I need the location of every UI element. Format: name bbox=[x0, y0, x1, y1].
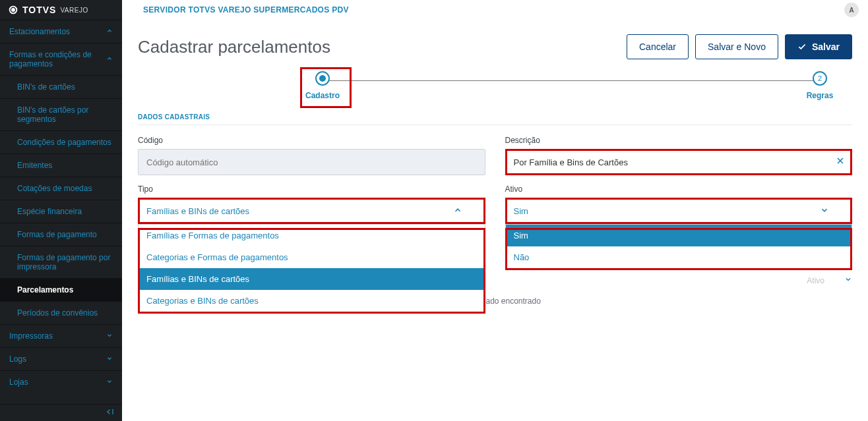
step-cadastro[interactable]: Cadastro bbox=[286, 71, 359, 100]
tipo-option[interactable]: Categorias e BINs de cartões bbox=[139, 290, 485, 312]
sidebar-item-label: Cotações de moedas bbox=[17, 184, 92, 193]
avatar-initial: A bbox=[849, 7, 853, 14]
sidebar-item-label: Emitentes bbox=[17, 161, 52, 170]
chevron-down-icon bbox=[106, 331, 113, 341]
sidebar-item-label: Condições de pagamentos bbox=[17, 138, 111, 147]
page-header: Cadastrar parcelamentos Cancelar Salvar … bbox=[122, 20, 868, 71]
sidebar-item-label: Impressoras bbox=[9, 331, 53, 341]
save-button[interactable]: Salvar bbox=[785, 34, 852, 59]
section-heading: DADOS CADASTRAIS bbox=[138, 113, 852, 125]
form-grid: Código Descrição Tipo Famílias e BINs de… bbox=[138, 136, 852, 233]
sidebar-item-label: Logs bbox=[9, 354, 26, 364]
ativo-option[interactable]: Não bbox=[506, 246, 852, 268]
ativo-select-value: Sim bbox=[514, 206, 528, 216]
main: Cadastrar parcelamentos Cancelar Salvar … bbox=[122, 20, 868, 421]
sidebar-item-emitentes[interactable]: Emitentes bbox=[0, 154, 122, 177]
field-ativo: Ativo Sim Sim Não bbox=[505, 184, 853, 224]
brand-logo-icon bbox=[8, 5, 18, 15]
step-label: Regras bbox=[784, 91, 856, 100]
tipo-option[interactable]: Categorias e Formas de pagamentos bbox=[139, 246, 485, 268]
field-label-codigo: Código bbox=[138, 136, 485, 145]
chevron-down-icon bbox=[106, 378, 113, 387]
sidebar-item-especie-financeira[interactable]: Espécie financeira bbox=[0, 200, 122, 223]
page-title: Cadastrar parcelamentos bbox=[138, 37, 330, 57]
collapse-icon bbox=[105, 407, 115, 420]
step-circle-active-icon bbox=[315, 71, 330, 86]
sidebar-item-estacionamentos[interactable]: Estacionamentos bbox=[0, 20, 122, 43]
action-buttons: Cancelar Salvar e Novo Salvar bbox=[627, 34, 852, 59]
step-line bbox=[324, 80, 821, 81]
sidebar-item-label: Estacionamentos bbox=[9, 27, 70, 36]
save-and-new-button-label: Salvar e Novo bbox=[708, 42, 766, 52]
sidebar-item-label: Lojas bbox=[9, 378, 28, 387]
avatar[interactable]: A bbox=[844, 3, 859, 17]
step-number: 2 bbox=[818, 74, 822, 82]
clear-input-icon[interactable] bbox=[835, 155, 846, 169]
sidebar-item-label: BIN's de cartões por segmentos bbox=[17, 105, 113, 124]
sidebar-item-formas-pagamento[interactable]: Formas de pagamento bbox=[0, 223, 122, 246]
descricao-input[interactable] bbox=[505, 149, 853, 175]
ativo-option[interactable]: Sim bbox=[506, 225, 852, 246]
sidebar-item-periodos-convenios[interactable]: Períodos de convênios bbox=[0, 301, 122, 324]
sidebar: TOTVS VAREJO Estacionamentos Formas e co… bbox=[0, 0, 122, 421]
tipo-option[interactable]: Famílias e BINs de cartões bbox=[139, 268, 485, 290]
field-codigo: Código bbox=[138, 136, 485, 175]
chevron-up-icon bbox=[106, 27, 113, 36]
topbar-title: SERVIDOR TOTVS VAREJO SUPERMERCADOS PDV bbox=[143, 5, 349, 14]
stepper: Cadastro 2 Regras bbox=[138, 71, 852, 111]
sidebar-item-logs[interactable]: Logs bbox=[0, 347, 122, 370]
table-header-ghost-right: Ativo bbox=[807, 276, 824, 285]
cancel-button-label: Cancelar bbox=[639, 42, 676, 52]
chevron-up-icon bbox=[106, 55, 113, 64]
chevron-down-icon bbox=[820, 206, 829, 217]
field-label-ativo: Ativo bbox=[505, 184, 853, 194]
sidebar-item-bins-cartoes-segmentos[interactable]: BIN's de cartões por segmentos bbox=[0, 98, 122, 130]
field-descricao: Descrição bbox=[505, 136, 853, 175]
sidebar-menu: Estacionamentos Formas e condições de pa… bbox=[0, 20, 122, 404]
sidebar-item-cotacoes-moedas[interactable]: Cotações de moedas bbox=[0, 177, 122, 200]
step-label: Cadastro bbox=[286, 91, 359, 100]
ativo-dropdown: Sim Não bbox=[505, 224, 853, 269]
check-icon bbox=[797, 42, 807, 51]
tipo-option[interactable]: Famílias e Formas de pagamentos bbox=[139, 225, 485, 246]
sidebar-item-label: BIN's de cartões bbox=[17, 82, 75, 92]
field-tipo: Tipo Famílias e BINs de cartões Famílias… bbox=[138, 184, 485, 224]
sidebar-item-formas-pagamento-impressora[interactable]: Formas de pagamento por impressora bbox=[0, 246, 122, 278]
tipo-dropdown: Famílias e Formas de pagamentos Categori… bbox=[138, 224, 485, 312]
sidebar-item-parcelamentos[interactable]: Parcelamentos bbox=[0, 278, 122, 301]
sidebar-item-label: Formas de pagamento bbox=[17, 230, 97, 239]
ativo-select[interactable]: Sim bbox=[505, 198, 853, 224]
sidebar-collapse-button[interactable] bbox=[0, 404, 122, 421]
topbar: SERVIDOR TOTVS VAREJO SUPERMERCADOS PDV … bbox=[122, 0, 868, 20]
field-label-descricao: Descrição bbox=[505, 136, 853, 145]
sidebar-item-label: Períodos de convênios bbox=[17, 308, 98, 318]
sidebar-item-bins-cartoes[interactable]: BIN's de cartões bbox=[0, 75, 122, 98]
step-circle-icon: 2 bbox=[813, 71, 827, 86]
svg-point-1 bbox=[12, 9, 15, 11]
save-button-label: Salvar bbox=[812, 42, 840, 52]
brand: TOTVS VAREJO bbox=[0, 0, 122, 20]
chevron-down-icon bbox=[844, 275, 852, 285]
sidebar-item-formas-condicoes-pagamentos[interactable]: Formas e condições de pagamentos bbox=[0, 43, 122, 75]
sidebar-item-lojas[interactable]: Lojas bbox=[0, 370, 122, 393]
sidebar-item-condicoes-pagamentos[interactable]: Condições de pagamentos bbox=[0, 130, 122, 154]
save-and-new-button[interactable]: Salvar e Novo bbox=[695, 34, 778, 59]
sidebar-item-label: Formas e condições de pagamentos bbox=[9, 50, 106, 69]
brand-name: TOTVS bbox=[22, 5, 56, 15]
chevron-down-icon bbox=[106, 354, 113, 364]
codigo-input bbox=[138, 149, 485, 175]
sidebar-item-label: Formas de pagamento por impressora bbox=[17, 253, 113, 271]
cancel-button[interactable]: Cancelar bbox=[627, 34, 689, 59]
field-label-tipo: Tipo bbox=[138, 184, 485, 194]
sidebar-item-label: Espécie financeira bbox=[17, 207, 82, 216]
tipo-select[interactable]: Famílias e BINs de cartões bbox=[138, 198, 485, 224]
sidebar-item-label: Parcelamentos bbox=[17, 285, 73, 295]
step-regras[interactable]: 2 Regras bbox=[784, 71, 856, 100]
tipo-select-value: Famílias e BINs de cartões bbox=[146, 206, 249, 216]
chevron-up-icon bbox=[453, 206, 462, 217]
sidebar-item-impressoras[interactable]: Impressoras bbox=[0, 324, 122, 347]
brand-sub: VAREJO bbox=[60, 7, 88, 14]
